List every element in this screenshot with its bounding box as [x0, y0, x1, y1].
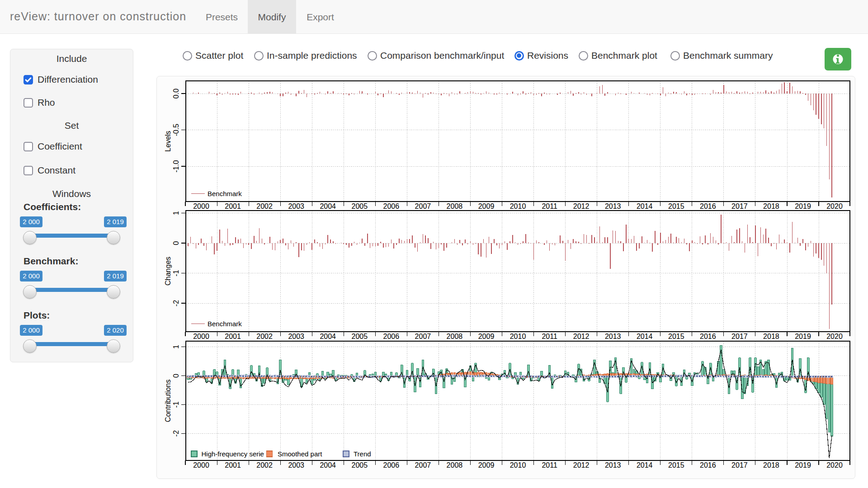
svg-text:0.0: 0.0: [172, 89, 180, 99]
svg-text:2003: 2003: [288, 333, 304, 340]
svg-text:2009: 2009: [478, 333, 495, 340]
svg-text:2019: 2019: [795, 202, 811, 210]
svg-text:Contributions: Contributions: [164, 380, 172, 422]
svg-text:-2: -2: [172, 430, 180, 436]
svg-text:2015: 2015: [668, 333, 684, 340]
svg-text:2011: 2011: [542, 333, 557, 340]
svg-text:2015: 2015: [668, 202, 684, 210]
svg-text:2001: 2001: [225, 202, 241, 210]
svg-text:Smoothed part: Smoothed part: [278, 450, 322, 458]
svg-text:2007: 2007: [415, 333, 431, 340]
svg-text:2014: 2014: [637, 202, 653, 210]
svg-text:2011: 2011: [542, 202, 557, 210]
svg-text:0: 0: [172, 374, 180, 378]
svg-text:2010: 2010: [510, 333, 526, 340]
svg-text:2007: 2007: [415, 461, 431, 469]
svg-text:2001: 2001: [225, 461, 241, 469]
svg-text:2008: 2008: [447, 202, 463, 210]
svg-text:2020: 2020: [826, 461, 843, 469]
svg-text:2007: 2007: [415, 202, 431, 210]
svg-text:2013: 2013: [605, 461, 621, 469]
svg-text:2014: 2014: [637, 461, 653, 469]
svg-text:1: 1: [172, 211, 180, 215]
svg-text:2006: 2006: [383, 333, 400, 340]
svg-text:2001: 2001: [225, 333, 241, 340]
svg-text:2000: 2000: [193, 461, 209, 469]
svg-text:2009: 2009: [478, 461, 495, 469]
svg-text:2019: 2019: [795, 461, 811, 469]
svg-text:2008: 2008: [447, 461, 463, 469]
svg-text:2017: 2017: [731, 333, 748, 340]
svg-text:Trend: Trend: [354, 450, 371, 458]
svg-text:-2: -2: [172, 300, 180, 306]
svg-text:-1.0: -1.0: [172, 160, 180, 173]
svg-text:Benchmark: Benchmark: [208, 320, 242, 328]
svg-text:2016: 2016: [700, 202, 716, 210]
svg-text:Changes: Changes: [164, 257, 172, 286]
svg-text:2002: 2002: [256, 461, 273, 469]
svg-text:2010: 2010: [510, 202, 526, 210]
svg-text:2005: 2005: [352, 202, 368, 210]
svg-text:2015: 2015: [668, 461, 684, 469]
svg-text:2016: 2016: [700, 333, 716, 340]
svg-text:2002: 2002: [256, 333, 273, 340]
svg-text:2005: 2005: [352, 333, 368, 340]
svg-text:2004: 2004: [320, 202, 336, 210]
svg-text:2012: 2012: [573, 461, 590, 469]
svg-text:2000: 2000: [193, 202, 209, 210]
svg-text:-0.5: -0.5: [172, 124, 180, 136]
svg-text:2002: 2002: [256, 202, 273, 210]
svg-text:-1: -1: [172, 270, 180, 276]
svg-text:2010: 2010: [510, 461, 526, 469]
svg-text:2016: 2016: [700, 461, 716, 469]
svg-text:2004: 2004: [320, 333, 336, 340]
svg-text:2014: 2014: [637, 333, 653, 340]
svg-text:1: 1: [172, 345, 180, 349]
svg-text:2006: 2006: [383, 461, 400, 469]
svg-text:2006: 2006: [383, 202, 400, 210]
svg-text:Levels: Levels: [164, 131, 172, 151]
svg-text:0: 0: [172, 241, 180, 245]
svg-text:2012: 2012: [573, 333, 590, 340]
svg-text:2018: 2018: [763, 461, 779, 469]
svg-text:High-frequency serie: High-frequency serie: [202, 450, 264, 458]
svg-text:2000: 2000: [193, 333, 209, 340]
svg-text:-1: -1: [172, 401, 180, 408]
svg-text:2019: 2019: [795, 333, 811, 340]
svg-text:2012: 2012: [573, 202, 590, 210]
svg-text:2018: 2018: [763, 333, 779, 340]
svg-text:2011: 2011: [542, 461, 557, 469]
svg-text:2018: 2018: [763, 202, 779, 210]
svg-text:2017: 2017: [731, 461, 748, 469]
svg-text:2013: 2013: [605, 202, 621, 210]
svg-text:2013: 2013: [605, 333, 621, 340]
svg-text:2005: 2005: [352, 461, 368, 469]
svg-text:2017: 2017: [731, 202, 748, 210]
svg-text:Benchmark: Benchmark: [208, 190, 242, 197]
svg-text:2009: 2009: [478, 202, 495, 210]
svg-text:2003: 2003: [288, 461, 304, 469]
svg-text:2020: 2020: [826, 333, 843, 340]
svg-text:2020: 2020: [826, 202, 843, 210]
svg-text:2003: 2003: [288, 202, 304, 210]
svg-text:2004: 2004: [320, 461, 336, 469]
svg-text:2008: 2008: [447, 333, 463, 340]
